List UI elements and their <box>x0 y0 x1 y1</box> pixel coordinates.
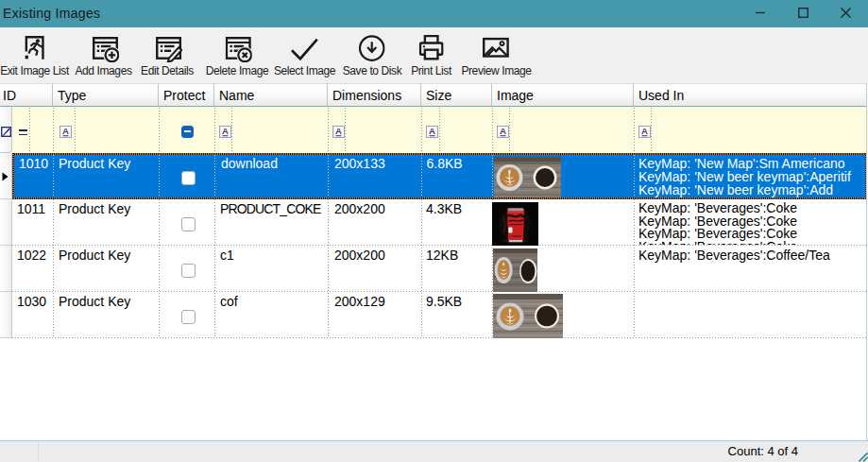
svg-text:A: A <box>222 126 229 136</box>
svg-text:A: A <box>429 126 435 136</box>
svg-text:A: A <box>335 126 342 136</box>
svg-text:A: A <box>500 126 506 136</box>
svg-text:A: A <box>62 126 69 136</box>
svg-text:A: A <box>641 126 648 136</box>
